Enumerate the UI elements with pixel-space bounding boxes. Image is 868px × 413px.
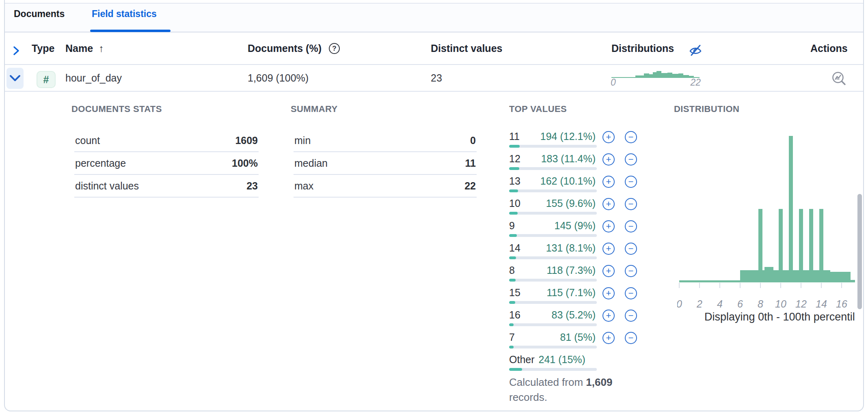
top-value-bar-fill (509, 368, 522, 371)
stat-value: 11 (465, 157, 476, 169)
axis-tick-label: 4 (717, 298, 723, 310)
top-value-bar-track (509, 189, 597, 192)
axis-tick-label: 6 (737, 298, 743, 310)
top-value-row: 13162 (10.1%)+− (509, 174, 639, 197)
filter-for-value-button[interactable]: + (602, 287, 615, 299)
stat-label: count (75, 135, 100, 146)
top-value-bar-fill (509, 145, 520, 148)
top-value-bar-fill (509, 346, 514, 348)
top-value-count: 241 (15%) (539, 354, 585, 365)
col-header-documents: Documents (%) (248, 32, 322, 64)
row-divider (5, 91, 863, 92)
explore-field-magnifier-icon[interactable] (831, 71, 847, 87)
top-value-bar-fill (509, 212, 518, 215)
help-icon[interactable]: ? (329, 43, 340, 54)
top-values-footer: Calculated from 1,609 records. (509, 375, 631, 405)
filter-for-value-button[interactable]: + (602, 220, 615, 232)
top-value-row: 11194 (12.1%)+− (509, 130, 639, 152)
col-header-distributions: Distributions (611, 32, 674, 64)
top-value-bar-track (509, 256, 597, 259)
top-value-bar-fill (509, 279, 516, 282)
top-value-row: 1683 (5.2%)+− (509, 308, 639, 331)
col-header-name[interactable]: Name (65, 32, 93, 64)
stat-value: 22 (464, 180, 476, 192)
axis-tick-label: 16 (836, 298, 847, 310)
top-value-count: 194 (12.1%) (509, 131, 596, 142)
top-value-bar-track (509, 145, 597, 148)
axis-tick-label: 8 (758, 298, 763, 310)
top-value-bar-track (509, 346, 597, 348)
filter-out-value-button[interactable]: − (625, 287, 637, 299)
axis-tick-label: 12 (795, 298, 807, 310)
stat-value: 1609 (235, 135, 258, 146)
stat-value: 23 (246, 180, 258, 192)
filter-for-value-button[interactable]: + (602, 243, 615, 255)
expand-all-chevron-icon[interactable] (10, 45, 22, 57)
distribution-caption: Displaying 0th - 100th percentiles (704, 311, 855, 325)
summary-title: SUMMARY (291, 104, 338, 114)
stat-label: distinct values (75, 180, 139, 192)
top-value-bar-fill (509, 301, 515, 304)
filter-out-value-button[interactable]: − (625, 131, 637, 143)
filter-out-value-button[interactable]: − (625, 198, 637, 210)
filter-out-value-button[interactable]: − (625, 332, 637, 344)
filter-out-value-button[interactable]: − (625, 176, 637, 188)
top-value-bar-track (509, 301, 597, 304)
summary-table: min0median11max22 (294, 129, 477, 198)
tab-documents[interactable]: Documents (14, 0, 65, 28)
axis-tick-label: 2 (696, 298, 702, 310)
top-value-count: 81 (5%) (509, 331, 596, 343)
filter-out-value-button[interactable]: − (625, 265, 637, 277)
top-value-count: 83 (5.2%) (509, 309, 596, 321)
top-value-key: Other (509, 354, 535, 365)
mini-chart-min-label: 0 (611, 77, 616, 88)
stat-row: percentage100% (74, 152, 259, 175)
field-documents-value: 1,609 (100%) (248, 65, 309, 91)
top-value-bar-track (509, 212, 597, 215)
stat-value: 100% (232, 157, 258, 169)
mini-distribution-chart (611, 67, 700, 78)
filter-out-value-button[interactable]: − (625, 153, 637, 166)
filter-for-value-button[interactable]: + (602, 265, 615, 277)
filter-for-value-button[interactable]: + (602, 198, 615, 210)
stat-row: min0 (294, 129, 477, 152)
top-value-bar-track (509, 234, 597, 237)
top-value-bar-fill (509, 234, 517, 237)
filter-for-value-button[interactable]: + (602, 153, 615, 166)
collapse-row-button[interactable] (6, 68, 24, 89)
stat-label: min (294, 135, 311, 146)
documents-stats-table: count1609percentage100%distinct values23 (74, 129, 259, 198)
top-value-bar-fill (509, 167, 519, 170)
tab-field-statistics[interactable]: Field statistics (92, 0, 157, 28)
top-value-count: 155 (9.6%) (509, 198, 596, 209)
axis-tick-label: 0 (677, 298, 682, 310)
top-value-count: 183 (11.4%) (509, 153, 596, 165)
stat-row: distinct values23 (74, 175, 259, 198)
top-value-count: 115 (7.1%) (509, 287, 596, 299)
top-value-count: 118 (7.3%) (509, 265, 596, 276)
filter-out-value-button[interactable]: − (625, 310, 637, 322)
top-value-bar-track (509, 368, 597, 371)
stat-row: median11 (294, 152, 477, 175)
documents-stats-title: DOCUMENTS STATS (71, 104, 162, 114)
vertical-scrollbar[interactable] (857, 194, 862, 309)
filter-for-value-button[interactable]: + (602, 176, 615, 188)
stat-label: percentage (75, 157, 126, 169)
filter-out-value-button[interactable]: − (625, 220, 637, 232)
filter-for-value-button[interactable]: + (602, 310, 615, 322)
field-name: hour_of_day (65, 65, 122, 91)
top-value-row: 9145 (9%)+− (509, 219, 639, 241)
top-value-row: 14131 (8.1%)+− (509, 241, 639, 264)
col-header-type: Type (32, 32, 55, 64)
mini-chart-max-label: 22 (690, 77, 701, 88)
top-values-title: TOP VALUES (509, 104, 567, 114)
hide-distributions-eye-slash-icon[interactable] (687, 41, 704, 58)
filter-for-value-button[interactable]: + (602, 332, 615, 344)
filter-out-value-button[interactable]: − (625, 243, 637, 255)
top-value-bar-track (509, 279, 597, 282)
sort-ascending-icon[interactable]: ↑ (99, 32, 104, 64)
stat-value: 0 (470, 135, 476, 146)
axis-tick-label: 10 (775, 298, 786, 310)
filter-for-value-button[interactable]: + (602, 131, 615, 143)
top-value-bar-fill (509, 189, 518, 192)
